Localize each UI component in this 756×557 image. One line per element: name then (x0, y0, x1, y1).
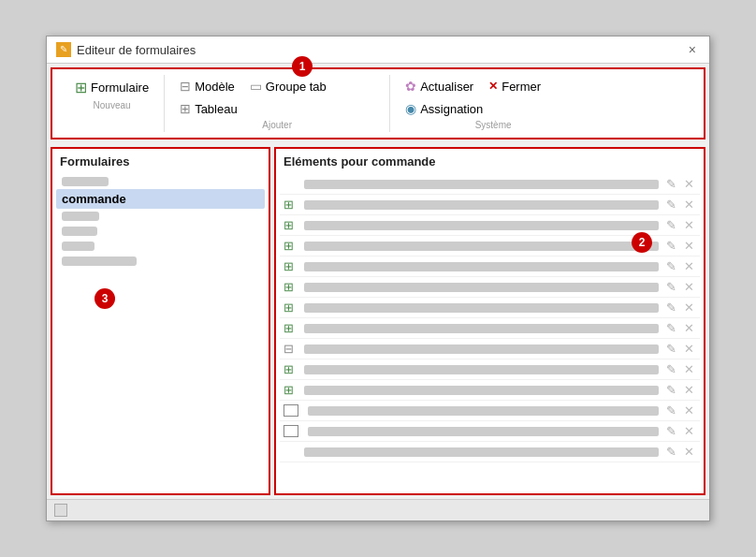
list-item[interactable] (56, 254, 265, 269)
toolbar-section-nouveau: ⊞ Formulaire Nouveau (60, 75, 165, 132)
right-panel-item: ⊞ ✎ ✕ (280, 318, 700, 339)
main-window: ✎ Editeur de formulaires × ⊞ Formulaire … (46, 36, 710, 521)
title-bar: ✎ Editeur de formulaires × (47, 37, 709, 64)
delete-button[interactable]: ✕ (682, 321, 696, 335)
toolbar-tableau-button[interactable]: ⊞ Tableau (174, 99, 243, 118)
badge-1: 1 (292, 56, 313, 77)
item-bar (304, 200, 659, 210)
edit-button[interactable]: ✎ (664, 239, 678, 253)
edit-button[interactable]: ✎ (664, 403, 678, 418)
footer-bar (47, 499, 709, 520)
item-actions: ✎ ✕ (664, 280, 696, 294)
item-bar (304, 344, 659, 354)
edit-button[interactable]: ✎ (664, 280, 678, 294)
item-actions: ✎ ✕ (664, 218, 696, 232)
toolbar-groupe-button[interactable]: ▭ Groupe tab (244, 77, 332, 95)
right-panel-item: ✎ ✕ (280, 174, 700, 195)
fermer-icon: ✕ (488, 80, 498, 93)
item-bar (304, 180, 659, 189)
edit-button[interactable]: ✎ (664, 300, 678, 315)
badge-2: 2 (632, 232, 652, 253)
toolbar-modele-button[interactable]: ⊟ Modèle (174, 77, 240, 95)
item-bar (304, 262, 659, 271)
assignation-label: Assignation (420, 102, 483, 116)
item-actions: ✎ ✕ (664, 403, 696, 418)
delete-button[interactable]: ✕ (682, 300, 696, 315)
right-panel-title: Eléments pour commande (280, 154, 700, 169)
toolbar-nouveau-items: ⊞ Formulaire (69, 77, 154, 98)
item-label-blur (62, 242, 94, 251)
delete-button[interactable]: ✕ (682, 424, 696, 438)
content-area: Formulaires commande (47, 143, 709, 499)
right-panel-item: ⊞ ✎ ✕ (280, 257, 700, 277)
toolbar-systeme-items: ✿ Actualiser ✕ Fermer ◉ Assignation (400, 77, 587, 118)
list-item[interactable] (56, 174, 265, 189)
right-panel-item: ✎ ✕ (280, 401, 700, 421)
page-icon (284, 404, 298, 417)
list-item[interactable] (56, 209, 265, 224)
edit-button[interactable]: ✎ (664, 424, 678, 438)
fermer-label: Fermer (502, 80, 541, 94)
footer-checkbox[interactable] (54, 504, 67, 517)
edit-button[interactable]: ✎ (664, 177, 678, 191)
delete-button[interactable]: ✕ (682, 198, 696, 212)
window-icon: ✎ (56, 42, 71, 57)
right-panel-item: ⊞ ✎ ✕ (280, 298, 700, 318)
item-actions: ✎ ✕ (664, 445, 696, 459)
badge-3: 3 (94, 288, 115, 309)
item-actions: ✎ ✕ (664, 321, 696, 335)
right-panel-item: ⊞ ✎ ✕ (280, 359, 700, 380)
grid-icon: ⊞ (284, 259, 298, 273)
grid-icon: ⊞ (284, 280, 298, 294)
item-actions: ✎ ✕ (664, 259, 696, 273)
edit-button[interactable]: ✎ (664, 198, 678, 212)
toolbar-ajouter-label: Ajouter (262, 120, 292, 130)
toolbar-fermer-button[interactable]: ✕ Fermer (483, 78, 546, 95)
grid-icon: ⊞ (284, 362, 298, 376)
toolbar-formulaire-button[interactable]: ⊞ Formulaire (69, 77, 154, 98)
toolbar-assignation-button[interactable]: ◉ Assignation (400, 99, 488, 118)
edit-button[interactable]: ✎ (664, 342, 678, 356)
item-actions: ✎ ✕ (664, 383, 696, 397)
item-bar (304, 221, 659, 230)
delete-button[interactable]: ✕ (682, 383, 696, 397)
list-item[interactable] (56, 239, 265, 254)
item-actions: ✎ ✕ (664, 198, 696, 212)
delete-button[interactable]: ✕ (682, 259, 696, 273)
item-actions: ✎ ✕ (664, 239, 696, 253)
list-item-commande[interactable]: commande (56, 189, 265, 209)
edit-button[interactable]: ✎ (664, 218, 678, 232)
formulaire-icon: ⊞ (75, 79, 87, 96)
edit-button[interactable]: ✎ (664, 383, 678, 397)
edit-button[interactable]: ✎ (664, 445, 678, 459)
item-bar (308, 406, 659, 416)
toolbar-section-ajouter: ⊟ Modèle ▭ Groupe tab ⊞ Tableau Ajouter (165, 75, 390, 132)
item-label-blur (62, 212, 99, 221)
delete-button[interactable]: ✕ (682, 362, 696, 376)
actualiser-label: Actualiser (420, 80, 473, 94)
right-panel-item: ✎ ✕ (280, 421, 700, 442)
edit-button[interactable]: ✎ (664, 362, 678, 376)
delete-button[interactable]: ✕ (682, 177, 696, 191)
list-item[interactable] (56, 224, 265, 239)
delete-button[interactable]: ✕ (682, 342, 696, 356)
delete-button[interactable]: ✕ (682, 445, 696, 459)
edit-button[interactable]: ✎ (664, 259, 678, 273)
right-panel-item: ⊞ ✎ ✕ (280, 277, 700, 298)
item-label-blur (62, 227, 97, 236)
right-panel-item: ✎ ✕ (280, 442, 700, 462)
edit-button[interactable]: ✎ (664, 321, 678, 335)
delete-button[interactable]: ✕ (682, 403, 696, 418)
toolbar: ⊞ Formulaire Nouveau ⊟ Modèle ▭ (51, 67, 705, 139)
toolbar-actualiser-button[interactable]: ✿ Actualiser (400, 77, 479, 95)
delete-button[interactable]: ✕ (682, 239, 696, 253)
delete-button[interactable]: ✕ (682, 218, 696, 232)
toolbar-section-systeme: ✿ Actualiser ✕ Fermer ◉ Assignation Syst… (390, 75, 596, 132)
groupe-label: Groupe tab (266, 80, 327, 94)
page-icon (284, 425, 298, 437)
toolbar-ajouter-items: ⊟ Modèle ▭ Groupe tab ⊞ Tableau (174, 77, 380, 118)
delete-button[interactable]: ✕ (682, 280, 696, 294)
item-bar (304, 365, 659, 374)
window-close-button[interactable]: × (685, 42, 700, 57)
actualiser-icon: ✿ (405, 79, 416, 94)
